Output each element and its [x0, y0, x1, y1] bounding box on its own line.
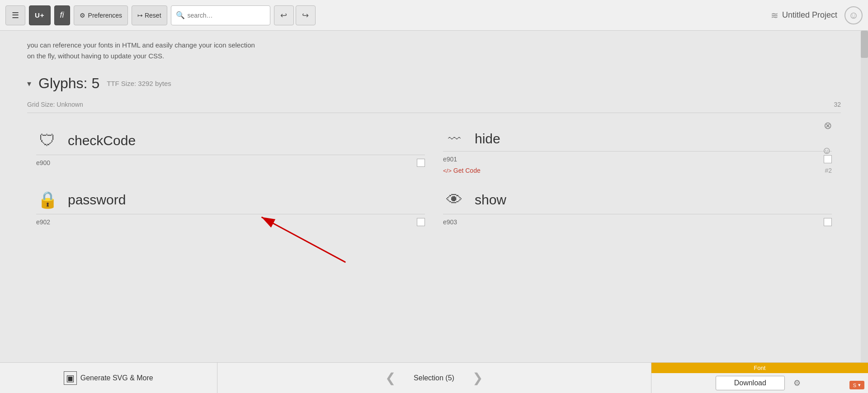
nav-left-button[interactable]: ❮: [376, 370, 405, 385]
scriptr-logo: S: [853, 383, 856, 388]
checkcode-name: checkCode: [68, 133, 136, 148]
download-button[interactable]: Download: [716, 376, 785, 390]
selection-section: ❮ Selection (5) ❯: [217, 363, 651, 393]
reset-button[interactable]: ↦ Reset: [132, 5, 167, 25]
u-plus-label: U+: [35, 11, 45, 19]
password-icon: 🔒: [36, 190, 59, 209]
preferences-button[interactable]: ⚙ Preferences: [74, 5, 128, 25]
intro-text: you can reference your fonts in HTML and…: [27, 31, 371, 75]
layers-icon: ≋: [771, 10, 778, 21]
ttf-size-label: TTF Size: 3292 bytes: [107, 80, 171, 87]
undo-button[interactable]: ↩: [274, 5, 294, 25]
toolbar-right: ≋ Untitled Project ☺: [771, 6, 863, 24]
collapse-chevron-icon[interactable]: ▾: [27, 79, 31, 89]
project-title-group: ≋ Untitled Project: [771, 10, 837, 21]
hide-code-row: e901: [443, 151, 832, 163]
glyph-icon-name-show: 👁 show: [443, 190, 832, 209]
grid-size-value: 32: [834, 101, 841, 108]
scriptr-watermark: S ▾: [849, 381, 864, 389]
font-gear-icon: ⚙: [793, 378, 801, 388]
hamburger-button[interactable]: ☰: [5, 5, 25, 25]
font-actions: Download ⚙: [651, 373, 868, 393]
glyph-grid: 🛡 checkCode e900 ☺ 〰 hide e901: [27, 122, 841, 233]
image-icon: ▣: [64, 371, 77, 385]
get-code-row: </> Get Code #2: [443, 167, 832, 174]
reset-label: ↦ Reset: [137, 12, 161, 19]
glyphs-header: ▾ Glyphs: 5 TTF Size: 3292 bytes: [27, 75, 841, 92]
hamburger-icon: ☰: [12, 10, 19, 20]
undo-icon: ↩: [280, 10, 287, 20]
code-brackets-icon: </>: [443, 167, 452, 174]
scrollbar-thumb[interactable]: [861, 31, 868, 58]
scriptr-separator: ▾: [858, 382, 861, 388]
glyphs-title: Glyphs: 5: [38, 75, 99, 92]
search-box: 🔍: [171, 5, 270, 25]
project-title-text: Untitled Project: [782, 10, 837, 20]
search-icon: 🔍: [176, 11, 185, 19]
glyph-cell-hide: ☺ 〰 hide e901 </> Get Code #2: [434, 122, 841, 181]
glyph-cell-checkcode: 🛡 checkCode e900: [27, 122, 434, 181]
glyph-icon-name-hide: 〰 hide: [443, 131, 832, 147]
font-section: Font Download ⚙: [651, 363, 868, 393]
search-input[interactable]: [188, 12, 265, 19]
bottom-toolbar: ▣ Generate SVG & More ❮ Selection (5) ❯ …: [0, 362, 868, 393]
glyph-icon-name-password: 🔒 password: [36, 190, 425, 209]
glyph-cell-password: 🔒 password e902: [27, 181, 434, 233]
show-copy-button[interactable]: [824, 218, 832, 226]
get-code-label: Get Code: [453, 167, 481, 174]
generate-section: ▣ Generate SVG & More: [0, 363, 217, 393]
generate-svg-button[interactable]: ▣ Generate SVG & More: [64, 371, 153, 385]
preferences-label: Preferences: [88, 12, 122, 19]
intro-line2: on the fly, without having to update you…: [27, 52, 164, 60]
face-icon: ☺: [849, 9, 859, 21]
get-code-button[interactable]: </> Get Code: [443, 167, 481, 174]
scrollbar[interactable]: [861, 31, 868, 362]
hash-number: #2: [825, 167, 832, 174]
main-toolbar: ☰ U+ fi ⚙ Preferences ↦ Reset 🔍 ↩ ↪ ≋ Un…: [0, 0, 868, 31]
show-icon: 👁: [443, 190, 466, 209]
checkcode-icon: 🛡: [36, 131, 59, 150]
checkcode-code: e900: [36, 159, 50, 166]
redo-icon: ↪: [302, 10, 309, 20]
grid-size-row: Grid Size: Unknown 32: [27, 101, 841, 113]
undo-redo-group: ↩ ↪: [274, 5, 316, 25]
checkcode-code-row: e900: [36, 155, 425, 167]
intro-line1: you can reference your fonts in HTML and…: [27, 41, 255, 49]
glyph-icon-name-checkcode: 🛡 checkCode: [36, 131, 425, 150]
redo-button[interactable]: ↪: [296, 5, 316, 25]
password-code: e902: [36, 218, 50, 226]
main-content: you can reference your fonts in HTML and…: [0, 31, 868, 362]
nav-right-button[interactable]: ❯: [463, 370, 492, 385]
gear-icon: ⚙: [80, 12, 85, 19]
grid-size-label: Grid Size: Unknown: [27, 101, 83, 108]
password-name: password: [68, 192, 126, 208]
hide-icon: 〰: [443, 132, 466, 147]
fi-label: fi: [60, 10, 64, 20]
fi-button[interactable]: fi: [54, 5, 70, 25]
font-tab: Font: [651, 363, 868, 373]
show-code-row: e903: [443, 214, 832, 226]
glyph-cell-show: 👁 show e903: [434, 181, 841, 233]
checkcode-copy-button[interactable]: [417, 159, 425, 167]
font-settings-button[interactable]: ⚙: [790, 376, 804, 390]
smiley-icon[interactable]: ☺: [822, 145, 832, 156]
password-code-row: e902: [36, 214, 425, 226]
show-name: show: [475, 192, 506, 208]
unicode-plus-button[interactable]: U+: [29, 5, 51, 25]
selection-label: Selection (5): [414, 374, 454, 382]
hide-code: e901: [443, 156, 457, 163]
password-copy-button[interactable]: [417, 218, 425, 226]
show-code: e903: [443, 218, 457, 226]
user-avatar[interactable]: ☺: [844, 6, 863, 24]
hide-name: hide: [475, 131, 500, 147]
generate-label: Generate SVG & More: [80, 374, 153, 382]
